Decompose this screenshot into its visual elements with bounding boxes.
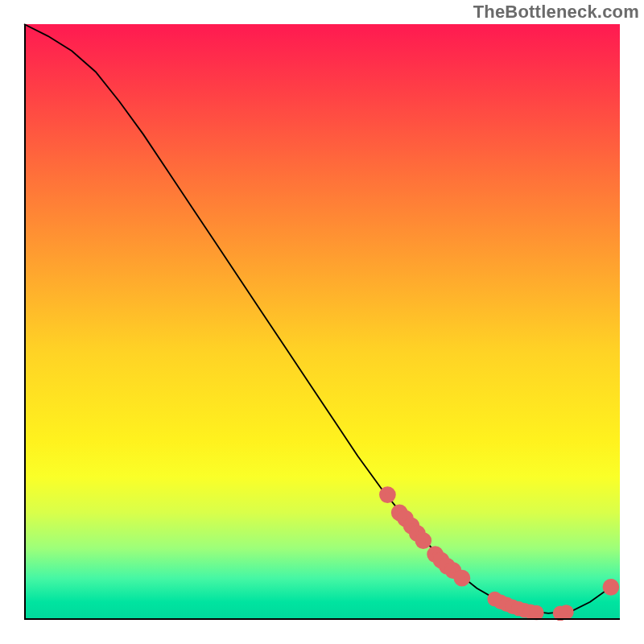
- data-point: [382, 489, 393, 500]
- data-points-group: [382, 489, 617, 617]
- watermark-text: TheBottleneck.com: [473, 2, 639, 23]
- data-point: [532, 609, 541, 617]
- chart-svg: [24, 24, 620, 620]
- data-point: [562, 608, 571, 617]
- data-point: [605, 582, 616, 592]
- data-point: [418, 535, 428, 546]
- bottleneck-curve: [24, 24, 611, 613]
- chart-container: TheBottleneck.com: [0, 0, 644, 644]
- data-point: [456, 573, 467, 584]
